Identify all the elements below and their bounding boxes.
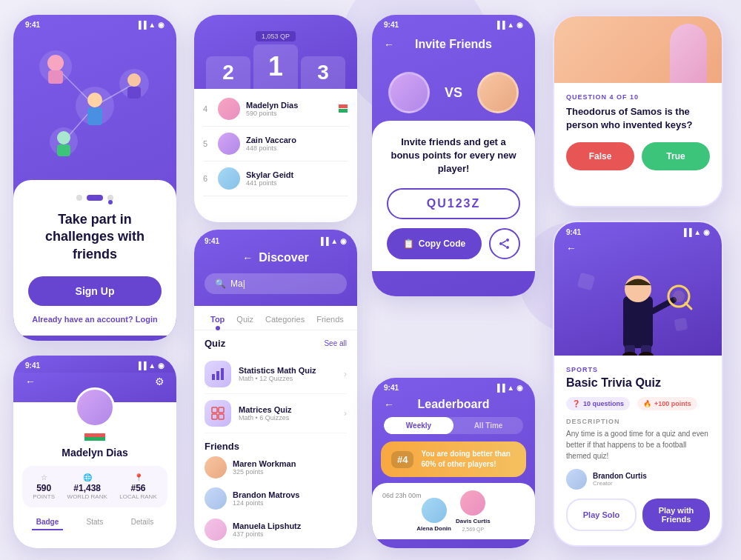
tab-quiz[interactable]: Quiz bbox=[230, 312, 259, 327]
svg-rect-42 bbox=[577, 273, 595, 290]
podium-area: 2 1,053 QP 1 3 bbox=[194, 15, 357, 89]
person-silhouette bbox=[670, 24, 707, 83]
profile-avatar-wrap bbox=[13, 387, 176, 427]
question-content: QUESTION 4 OF 10 Theodorus of Samos is t… bbox=[554, 83, 722, 181]
phone-quiz-question: QUESTION 4 OF 10 Theodorus of Samos is t… bbox=[553, 15, 723, 207]
svg-rect-10 bbox=[48, 70, 63, 84]
lb-pts-4: 590 points bbox=[246, 110, 332, 117]
lb-row-4: 4 Madelyn Dias 590 points bbox=[203, 92, 348, 127]
points-value-badge: +100 points bbox=[654, 400, 691, 407]
lb-bottom-pts-davis: 2,569 QP bbox=[462, 527, 485, 532]
question-text: Theodorus of Samos is the person who inv… bbox=[566, 105, 710, 132]
profile-settings-icon[interactable]: ⚙ bbox=[155, 376, 165, 387]
svg-rect-17 bbox=[339, 109, 348, 113]
svg-rect-19 bbox=[216, 371, 219, 380]
friend-info-3: Manuela Lipshutz 437 points bbox=[233, 521, 347, 538]
tab-alltime[interactable]: All Time bbox=[453, 417, 523, 434]
svg-rect-43 bbox=[674, 318, 688, 332]
share-button[interactable] bbox=[489, 228, 520, 259]
lb-name-4: Madelyn Dias bbox=[246, 101, 332, 110]
lb-bottom-avatar-davis bbox=[460, 490, 485, 516]
svg-rect-8 bbox=[87, 107, 102, 125]
status-bar-4: 9:41 ▐▐ ▲ ◉ bbox=[372, 15, 535, 32]
search-box[interactable]: 🔍 Ma| bbox=[205, 273, 347, 294]
friend-pts-1: 325 points bbox=[233, 468, 347, 476]
discover-back-button[interactable]: ← bbox=[242, 252, 253, 264]
phone-profile: 9:41 ▐▐ ▲ ◉ ← ⚙ Madelyn Dias ☆ 590 POINT… bbox=[13, 356, 176, 548]
status-bar-3: 9:41 ▐▐ ▲ ◉ bbox=[205, 237, 347, 245]
play-with-friends-button[interactable]: Play with Friends bbox=[642, 499, 710, 531]
eye-icon bbox=[107, 199, 113, 205]
trivia-back-button[interactable]: ← bbox=[554, 239, 722, 257]
lb-bottom-name-alena: Alena Donin bbox=[416, 525, 451, 532]
profile-tab-details[interactable]: Details bbox=[127, 515, 159, 530]
invite-title: Invite Friends bbox=[415, 38, 492, 51]
search-icon: 🔍 bbox=[215, 279, 226, 289]
points-value: 590 bbox=[33, 483, 55, 493]
status-time-1: 9:41 bbox=[25, 21, 40, 29]
rank-text: You are doing better than 60% of other p… bbox=[421, 449, 516, 470]
timer-text: 06d 23h 00m bbox=[382, 492, 422, 499]
profile-username: Madelyn Dias bbox=[13, 447, 176, 459]
quiz-item-2[interactable]: Matrices Quiz Math • 6 Quizzes › bbox=[205, 394, 347, 433]
lb-bottom-player-2: Alena Donin bbox=[416, 498, 451, 532]
leaderboard-title: Leaderboard bbox=[418, 398, 490, 411]
profile-avatar bbox=[75, 387, 115, 427]
tab-top[interactable]: Top bbox=[205, 312, 230, 327]
svg-point-7 bbox=[87, 93, 102, 107]
login-link[interactable]: Login bbox=[136, 315, 158, 324]
description-text: Any time is a good time for a quiz and e… bbox=[566, 428, 710, 461]
vs-label: VS bbox=[445, 85, 462, 101]
play-solo-button[interactable]: Play Solo bbox=[566, 499, 637, 531]
quiz-item-1[interactable]: Statistics Math Quiz Math • 12 Quizzes › bbox=[205, 355, 347, 394]
profile-tabs: Badge Stats Details bbox=[13, 515, 176, 530]
leaderboard-bottom-players: 06d 23h 00m Alena Donin Davis Curtis 2,5… bbox=[372, 483, 535, 539]
question-image bbox=[554, 16, 722, 83]
leaderboard-back-button[interactable]: ← bbox=[384, 399, 394, 410]
status-time-3: 9:41 bbox=[205, 237, 219, 245]
signup-button[interactable]: Sign Up bbox=[28, 276, 162, 306]
podium-first: 1,053 QP 1 bbox=[253, 31, 298, 89]
friend-item-2: Brandon Matrovs 124 points bbox=[205, 483, 347, 514]
friends-section: Friends Maren Workman 325 points Brandon… bbox=[205, 441, 347, 545]
login-prompt: Already have an account? Login bbox=[28, 315, 162, 324]
friend-name-2: Brandon Matrovs bbox=[233, 490, 347, 499]
local-rank-value: #56 bbox=[119, 483, 156, 493]
investigator-svg bbox=[564, 252, 712, 356]
stat-world-rank: 🌐 #1,438 WORLD RANK bbox=[67, 473, 107, 500]
invite-actions: 📋 Copy Code bbox=[387, 228, 520, 259]
tab-categories[interactable]: Categories bbox=[259, 312, 310, 327]
profile-tab-stats[interactable]: Stats bbox=[82, 515, 108, 530]
discover-tabs: Top Quiz Categories Friends bbox=[194, 306, 357, 330]
onboarding-bottom-card: Take part in challenges with friends Sig… bbox=[13, 180, 176, 336]
false-button[interactable]: False bbox=[566, 142, 634, 170]
invite-back-button[interactable]: ← bbox=[384, 39, 394, 50]
friend-item-1: Maren Workman 325 points bbox=[205, 452, 347, 483]
leaderboard-header: ← Leaderboard bbox=[372, 395, 535, 417]
profile-tab-badge[interactable]: Badge bbox=[32, 515, 64, 530]
lb-avatar-5 bbox=[218, 133, 240, 155]
true-button[interactable]: True bbox=[642, 142, 710, 170]
flag-row bbox=[13, 430, 176, 444]
status-icons-5: ▐▐ ▲ ◉ bbox=[494, 384, 523, 392]
status-icons-6: ▐▐ ▲ ◉ bbox=[136, 361, 165, 370]
see-all-link[interactable]: See all bbox=[324, 339, 347, 347]
copy-code-button[interactable]: 📋 Copy Code bbox=[387, 228, 482, 259]
matrix-icon bbox=[210, 406, 225, 421]
answer-buttons: False True bbox=[566, 142, 710, 170]
questions-badge: ❓ 10 questions bbox=[566, 397, 630, 410]
profile-back-button[interactable]: ← bbox=[25, 376, 36, 387]
status-time-6: 9:41 bbox=[25, 361, 40, 370]
svg-point-11 bbox=[127, 73, 141, 87]
lb-info-6: Skylar Geidt 441 points bbox=[246, 170, 348, 187]
lb-name-6: Skylar Geidt bbox=[246, 170, 348, 179]
lb-row-5: 5 Zain Vaccaro 448 points bbox=[203, 127, 348, 161]
lb-avatar-6 bbox=[218, 167, 240, 190]
lb-name-5: Zain Vaccaro bbox=[246, 136, 348, 144]
tab-weekly[interactable]: Weekly bbox=[384, 417, 453, 434]
status-bar-6: 9:41 ▐▐ ▲ ◉ bbox=[13, 356, 176, 373]
rank-card: #4 You are doing better than 60% of othe… bbox=[381, 441, 526, 477]
tab-friends[interactable]: Friends bbox=[310, 312, 350, 327]
lb-pts-5: 448 points bbox=[246, 144, 348, 152]
invite-code: QU123Z bbox=[387, 188, 520, 219]
